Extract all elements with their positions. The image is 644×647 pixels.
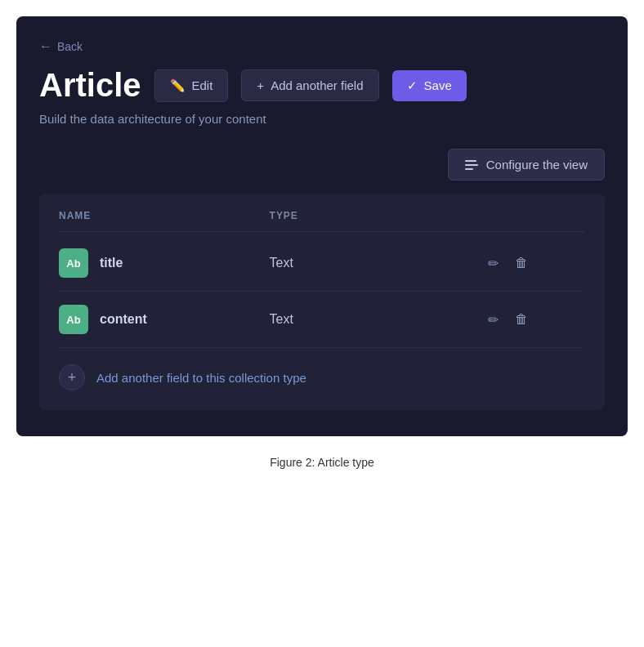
back-label: Back: [57, 40, 83, 53]
figure-caption: Figure 2: Article type: [270, 456, 374, 469]
table-row: Ab content Text ✏ 🗑: [59, 292, 585, 348]
edit-label: Edit: [192, 78, 213, 92]
field-actions: ✏ 🗑: [480, 312, 585, 328]
header-row: Article ✏️ Edit + Add another field ✓ Sa…: [39, 67, 605, 104]
main-container: ← Back Article ✏️ Edit + Add another fie…: [16, 16, 628, 436]
field-name-cell: Ab title: [59, 248, 270, 278]
edit-field-icon[interactable]: ✏: [488, 312, 499, 328]
field-type: Text: [270, 256, 481, 270]
add-collection-field-row[interactable]: + Add another field to this collection t…: [59, 364, 585, 390]
field-badge: Ab: [59, 305, 88, 334]
edit-icon: ✏️: [170, 78, 186, 93]
field-type: Text: [270, 312, 481, 327]
delete-field-icon[interactable]: 🗑: [515, 256, 528, 270]
save-button[interactable]: ✓ Save: [392, 70, 467, 101]
col-type-header: TYPE: [270, 210, 481, 221]
edit-field-icon[interactable]: ✏: [488, 256, 499, 271]
lines-icon: [465, 160, 478, 170]
field-badge: Ab: [59, 248, 88, 278]
check-icon: ✓: [407, 78, 418, 93]
subtitle: Build the data architecture of your cont…: [39, 112, 605, 126]
plus-icon: +: [257, 78, 264, 92]
field-name: content: [100, 312, 147, 327]
add-field-button[interactable]: + Add another field: [241, 69, 378, 101]
field-actions: ✏ 🗑: [480, 256, 585, 271]
configure-label: Configure the view: [486, 158, 588, 172]
add-field-label: Add another field: [271, 78, 363, 92]
fields-table: NAME TYPE Ab title Text ✏ 🗑 Ab: [39, 194, 605, 410]
back-link[interactable]: ← Back: [39, 39, 605, 54]
add-circle-icon: +: [59, 364, 85, 390]
configure-btn-row: Configure the view: [39, 149, 605, 181]
save-label: Save: [424, 78, 452, 92]
back-arrow-icon: ←: [39, 39, 52, 54]
table-row: Ab title Text ✏ 🗑: [59, 235, 585, 292]
add-collection-field-label: Add another field to this collection typ…: [96, 371, 306, 385]
page-title: Article: [39, 67, 141, 104]
table-header: NAME TYPE: [59, 210, 585, 232]
field-name-cell: Ab content: [59, 305, 270, 334]
col-name-header: NAME: [59, 210, 270, 221]
delete-field-icon[interactable]: 🗑: [515, 312, 528, 327]
configure-view-button[interactable]: Configure the view: [448, 149, 605, 181]
col-actions-header: [480, 210, 585, 221]
edit-button[interactable]: ✏️ Edit: [154, 69, 229, 102]
field-name: title: [100, 256, 123, 270]
